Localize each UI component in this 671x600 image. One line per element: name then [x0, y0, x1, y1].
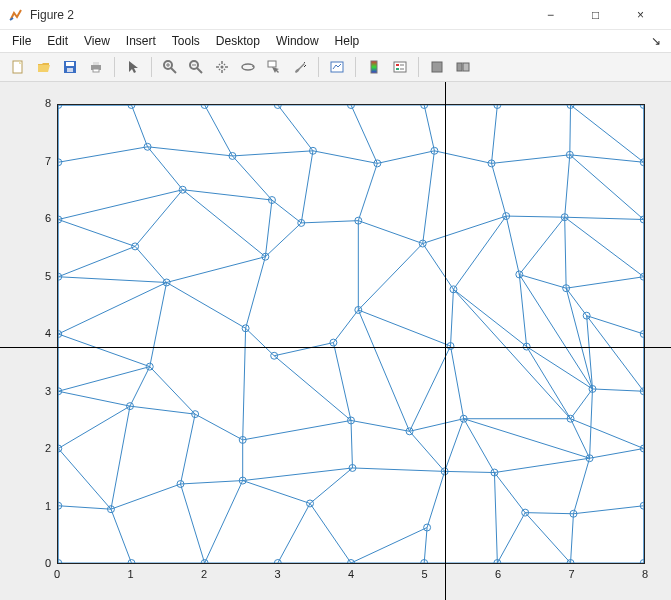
zoom-out-icon [188, 59, 204, 75]
svg-line-168 [232, 156, 272, 200]
svg-line-109 [130, 367, 150, 407]
show-plot-tools-button[interactable] [451, 55, 475, 79]
svg-line-144 [135, 190, 183, 247]
y-tick-label: 8 [31, 97, 51, 109]
menu-tools[interactable]: Tools [166, 32, 206, 50]
brush-icon [292, 59, 308, 75]
svg-line-113 [243, 328, 246, 440]
svg-line-77 [494, 473, 497, 563]
new-figure-button[interactable] [6, 55, 30, 79]
print-button[interactable] [84, 55, 108, 79]
svg-line-152 [358, 244, 422, 310]
svg-line-176 [377, 151, 434, 164]
svg-line-72 [351, 528, 427, 563]
menubar: File Edit View Insert Tools Desktop Wind… [0, 30, 671, 52]
save-icon [62, 59, 78, 75]
svg-line-104 [571, 389, 593, 419]
svg-line-164 [58, 147, 147, 162]
svg-line-179 [434, 151, 491, 164]
menu-desktop[interactable]: Desktop [210, 32, 266, 50]
save-button[interactable] [58, 55, 82, 79]
menu-insert[interactable]: Insert [120, 32, 162, 50]
svg-line-166 [131, 105, 147, 147]
figure-canvas[interactable]: 012345678012345678 [0, 82, 671, 600]
svg-line-156 [506, 216, 519, 274]
hide-plot-tools-button[interactable] [425, 55, 449, 79]
maximize-button[interactable]: □ [573, 1, 618, 29]
svg-line-181 [492, 105, 498, 163]
svg-rect-21 [396, 64, 399, 66]
svg-line-165 [148, 147, 183, 190]
colorbar-icon [366, 59, 382, 75]
svg-line-120 [358, 310, 450, 346]
menu-edit[interactable]: Edit [41, 32, 74, 50]
toolbar-separator [114, 57, 115, 77]
x-tick-label: 6 [488, 568, 508, 580]
svg-line-82 [571, 514, 574, 563]
svg-line-177 [423, 151, 435, 244]
menu-file[interactable]: File [6, 32, 37, 50]
minimize-button[interactable]: − [528, 1, 573, 29]
colorbar-button[interactable] [362, 55, 386, 79]
svg-line-154 [423, 216, 506, 243]
svg-line-91 [180, 414, 195, 484]
pan-button[interactable] [210, 55, 234, 79]
svg-line-62 [111, 484, 181, 509]
svg-line-135 [587, 316, 644, 392]
svg-line-143 [135, 246, 166, 282]
svg-line-65 [205, 481, 243, 563]
svg-line-183 [565, 155, 570, 217]
menu-window[interactable]: Window [270, 32, 325, 50]
y-tick-label: 5 [31, 270, 51, 282]
close-button[interactable]: × [618, 1, 663, 29]
svg-line-71 [351, 420, 352, 468]
svg-line-128 [519, 274, 526, 346]
titlebar: Figure 2 − □ × [0, 0, 671, 30]
folder-open-icon [36, 59, 52, 75]
svg-line-73 [424, 528, 427, 563]
rotate-icon [240, 59, 256, 75]
menu-help[interactable]: Help [329, 32, 366, 50]
hide-tools-icon [429, 59, 445, 75]
svg-line-118 [333, 310, 358, 343]
svg-line-145 [183, 190, 266, 257]
menu-view[interactable]: View [78, 32, 116, 50]
axes[interactable] [57, 104, 645, 564]
open-button[interactable] [32, 55, 56, 79]
svg-line-162 [58, 220, 135, 247]
svg-line-63 [180, 484, 204, 563]
zoom-in-button[interactable] [158, 55, 182, 79]
data-cursor-button[interactable] [262, 55, 286, 79]
link-button[interactable] [325, 55, 349, 79]
svg-line-105 [592, 389, 643, 391]
svg-line-90 [130, 406, 195, 414]
mesh-plot [58, 105, 644, 563]
legend-button[interactable] [388, 55, 412, 79]
x-tick-label: 3 [268, 568, 288, 580]
svg-line-106 [590, 389, 593, 458]
svg-line-74 [427, 471, 445, 527]
svg-line-87 [58, 449, 111, 510]
pointer-button[interactable] [121, 55, 145, 79]
svg-line-111 [150, 282, 167, 366]
svg-line-9 [171, 68, 176, 73]
svg-line-84 [573, 458, 589, 514]
svg-line-167 [148, 147, 233, 156]
svg-line-138 [246, 257, 266, 329]
rotate-button[interactable] [236, 55, 260, 79]
y-tick-label: 4 [31, 327, 51, 339]
svg-line-107 [58, 391, 130, 406]
svg-line-67 [278, 503, 310, 563]
svg-line-70 [243, 468, 353, 481]
svg-line-187 [565, 217, 644, 219]
new-file-icon [10, 59, 26, 75]
svg-line-119 [358, 310, 409, 431]
menu-chevron-icon[interactable]: ↘ [651, 34, 665, 48]
zoom-out-button[interactable] [184, 55, 208, 79]
x-tick-label: 0 [47, 568, 67, 580]
svg-line-79 [497, 513, 525, 563]
figure-window: Figure 2 − □ × File Edit View Insert Too… [0, 0, 671, 600]
svg-line-170 [232, 151, 312, 156]
brush-button[interactable] [288, 55, 312, 79]
svg-line-178 [424, 105, 434, 151]
